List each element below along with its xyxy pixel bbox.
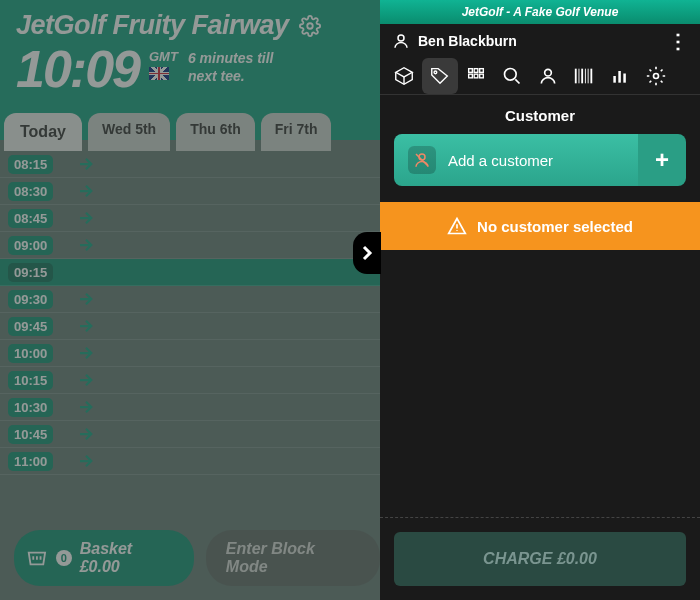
date-tabs: Today Wed 5th Thu 6th Fri 7th <box>0 113 380 151</box>
svg-rect-4 <box>474 69 478 73</box>
gear-icon[interactable] <box>299 15 321 37</box>
svg-point-0 <box>307 23 313 29</box>
toolbar-tag-button[interactable] <box>422 58 458 94</box>
user-row: Ben Blackburn ⋮ <box>380 24 700 58</box>
slot-time: 10:30 <box>8 398 53 417</box>
slot-time: 08:30 <box>8 182 53 201</box>
arrow-right-icon <box>77 425 95 443</box>
time-slot[interactable]: 09:00 <box>0 232 380 259</box>
toolbar-settings-button[interactable] <box>638 58 674 94</box>
time-slot[interactable]: 09:30 <box>0 286 380 313</box>
svg-rect-17 <box>613 76 616 83</box>
collapse-panel-button[interactable] <box>353 232 381 274</box>
timezone: GMT <box>149 49 178 64</box>
arrow-right-icon <box>77 236 95 254</box>
next-tee-info: 6 minutes tillnext tee. <box>188 43 274 85</box>
slot-time: 09:15 <box>8 263 53 282</box>
tab-fri[interactable]: Fri 7th <box>261 113 332 151</box>
charge-button[interactable]: CHARGE £0.00 <box>394 532 686 586</box>
svg-rect-11 <box>575 69 577 84</box>
svg-point-10 <box>545 69 552 76</box>
kebab-menu-icon[interactable]: ⋮ <box>668 37 688 45</box>
slot-time: 09:30 <box>8 290 53 309</box>
time-slot[interactable]: 08:15 <box>0 151 380 178</box>
add-customer-label: Add a customer <box>448 152 553 169</box>
section-title: Customer <box>380 95 700 134</box>
arrow-right-icon <box>77 290 95 308</box>
add-customer-button[interactable]: Add a customer <box>394 134 638 186</box>
venue-title: JetGolf Fruity Fairway <box>16 10 289 41</box>
svg-rect-19 <box>623 74 626 83</box>
tab-today[interactable]: Today <box>4 113 82 151</box>
chevron-right-icon <box>361 244 373 262</box>
arrow-right-icon <box>77 182 95 200</box>
time-slot[interactable]: 09:45 <box>0 313 380 340</box>
basket-button[interactable]: 0 Basket £0.00 <box>14 530 194 586</box>
tab-wed[interactable]: Wed 5th <box>88 113 170 151</box>
arrow-right-icon <box>77 209 95 227</box>
slot-time: 10:45 <box>8 425 53 444</box>
arrow-right-icon <box>77 344 95 362</box>
add-customer-row: Add a customer + <box>394 134 686 186</box>
svg-rect-3 <box>469 69 473 73</box>
basket-icon <box>26 547 48 569</box>
slot-time: 09:00 <box>8 236 53 255</box>
svg-point-9 <box>505 69 517 81</box>
barcode-icon <box>573 66 595 86</box>
customer-pane: JetGolf - A Fake Golf Venue Ben Blackbur… <box>380 0 700 600</box>
tag-icon <box>429 65 451 87</box>
svg-rect-14 <box>585 69 586 84</box>
basket-label: Basket £0.00 <box>80 540 176 576</box>
time-slot[interactable]: 08:30 <box>0 178 380 205</box>
block-mode-button[interactable]: Enter Block Mode <box>206 530 380 586</box>
svg-rect-6 <box>469 74 473 78</box>
time-slot[interactable]: 10:15 <box>0 367 380 394</box>
warning-banner: No customer selected <box>380 202 700 250</box>
toolbar-search-button[interactable] <box>494 58 530 94</box>
arrow-right-icon <box>77 155 95 173</box>
slot-time: 11:00 <box>8 452 53 471</box>
add-person-icon <box>408 146 436 174</box>
time-slot[interactable]: 10:30 <box>0 394 380 421</box>
svg-point-1 <box>398 35 404 41</box>
toolbar-products-button[interactable] <box>386 58 422 94</box>
slot-time: 10:00 <box>8 344 53 363</box>
toolbar-customer-button[interactable] <box>530 58 566 94</box>
svg-rect-13 <box>581 69 583 84</box>
time-slot[interactable]: 10:45 <box>0 421 380 448</box>
gear-icon <box>646 66 666 86</box>
warning-icon <box>447 216 467 236</box>
user-name: Ben Blackburn <box>418 33 660 49</box>
toolbar <box>380 58 700 95</box>
time-slot[interactable]: 11:00 <box>0 448 380 475</box>
clock: 10:09 <box>16 43 139 95</box>
spacer <box>380 250 700 518</box>
box-icon <box>393 65 415 87</box>
arrow-right-icon <box>77 452 95 470</box>
time-slot[interactable]: 08:45 <box>0 205 380 232</box>
toolbar-reports-button[interactable] <box>602 58 638 94</box>
toolbar-keypad-button[interactable] <box>458 58 494 94</box>
tab-thu[interactable]: Thu 6th <box>176 113 255 151</box>
slot-time: 10:15 <box>8 371 53 390</box>
svg-rect-7 <box>474 74 478 78</box>
svg-line-22 <box>416 154 428 166</box>
time-slot[interactable]: 09:15 <box>0 259 380 286</box>
arrow-right-icon <box>77 371 95 389</box>
svg-rect-5 <box>480 69 484 73</box>
svg-rect-12 <box>579 69 580 84</box>
header: JetGolf Fruity Fairway 10:09 GMT 6 minut… <box>0 0 380 103</box>
slot-time: 09:45 <box>8 317 53 336</box>
plus-icon: + <box>655 146 669 174</box>
arrow-right-icon <box>77 317 95 335</box>
time-slot[interactable]: 10:00 <box>0 340 380 367</box>
svg-point-20 <box>654 74 659 79</box>
panel-venue-title: JetGolf - A Fake Golf Venue <box>380 0 700 24</box>
basket-badge: 0 <box>56 550 72 566</box>
time-slots: 08:1508:3008:4509:0009:1509:3009:4510:00… <box>0 151 380 475</box>
slot-time: 08:15 <box>8 155 53 174</box>
person-icon <box>538 66 558 86</box>
svg-rect-15 <box>588 69 589 84</box>
add-plus-button[interactable]: + <box>638 134 686 186</box>
toolbar-barcode-button[interactable] <box>566 58 602 94</box>
